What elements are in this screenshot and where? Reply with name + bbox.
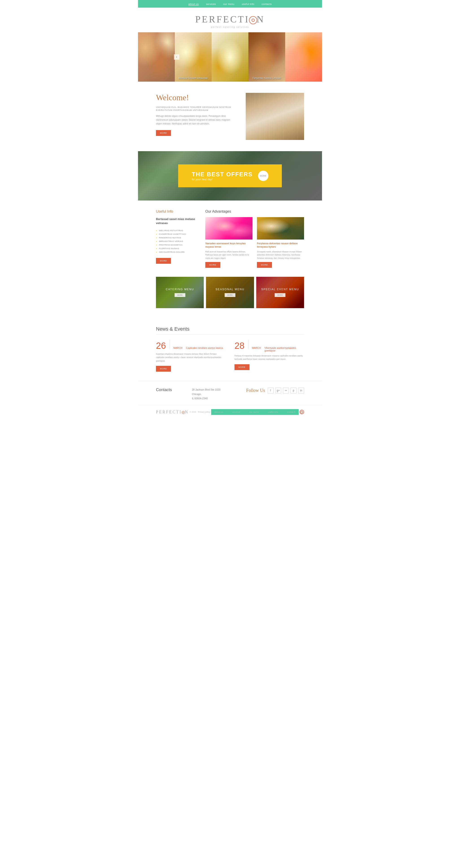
adv-card-1-more-button[interactable]: MORE bbox=[205, 262, 220, 268]
useful-info: Useful Info Bertasad saset mias metase v… bbox=[156, 210, 196, 268]
follow-section: Follow Us f g+ ⥰ p in bbox=[246, 388, 304, 394]
footer-brand-icon bbox=[300, 410, 304, 414]
nav-services[interactable]: services bbox=[206, 3, 216, 5]
adv-card-2-title: Ferytassa dolcertas rasase deliase lerra… bbox=[257, 242, 304, 249]
news-item-1: 26 MARCH Caplicabo nerafaes asetys lasec… bbox=[156, 340, 225, 372]
offers-subtext: for your best day! bbox=[192, 178, 252, 181]
welcome-text: Welcome! UNCIMQUAM EUIL BADAMOS TEMURER … bbox=[156, 93, 237, 136]
offers-banner: THE BEST OFFERS for your best day! MORE bbox=[178, 164, 282, 187]
best-offers-section: THE BEST OFFERS for your best day! MORE bbox=[138, 151, 322, 200]
footer-nav-about[interactable]: about us bbox=[214, 411, 223, 413]
follow-label: Follow Us bbox=[246, 388, 265, 393]
adv-card-2-more-button[interactable]: MORE bbox=[257, 262, 272, 268]
welcome-section: Welcome! UNCIMQUAM EUIL BADAMOS TEMURER … bbox=[138, 82, 322, 151]
advantages: Our Advantages Vaesales aserasaset kuys … bbox=[205, 210, 304, 268]
contacts-info: 28 Jackson Blvd Ste 1020 Chicago, IL 606… bbox=[192, 388, 237, 401]
googleplus-icon[interactable]: g+ bbox=[275, 388, 281, 394]
footer-bottom: PERFECTIN © 2015 Privacy policy about us… bbox=[138, 405, 322, 418]
news-month-1: MARCH bbox=[174, 346, 182, 349]
list-item: FLERTYAS NUSIAS bbox=[156, 247, 196, 250]
slide-2-label: Mientase Dessert Vertasedas bbox=[175, 77, 212, 80]
useful-info-heading: Useful Info bbox=[156, 210, 196, 214]
footer-nav-useful[interactable]: useful info bbox=[268, 411, 278, 413]
news-grid: 26 MARCH Caplicabo nerafaes asetys lasec… bbox=[156, 340, 304, 372]
useful-info-subtitle: Bertasad saset mias metase vetrasas bbox=[156, 217, 196, 225]
news-section: News & Events 26 MARCH Caplicabo nerafae… bbox=[138, 317, 322, 381]
catering-menu-card[interactable]: CATERING MENU MORE bbox=[156, 277, 204, 308]
news-month-wrap-2: MARCH bbox=[252, 346, 261, 349]
facebook-icon[interactable]: f bbox=[268, 388, 274, 394]
site-logo: PERFECTIN bbox=[138, 14, 322, 25]
advantages-cards: Vaesales aserasaset kuys leruytas nuyasa… bbox=[205, 217, 304, 268]
special-menu-more-button[interactable]: MORE bbox=[275, 293, 285, 297]
contacts-label: Contacts bbox=[156, 388, 183, 392]
footer-main: Contacts 28 Jackson Blvd Ste 1020 Chicag… bbox=[138, 381, 322, 405]
seasonal-menu-more-button[interactable]: MORE bbox=[225, 293, 235, 297]
nav-useful[interactable]: useful info bbox=[242, 3, 254, 5]
rss-icon[interactable]: ⥰ bbox=[283, 388, 289, 394]
offers-more-button[interactable]: MORE bbox=[258, 171, 268, 181]
news-divider-1 bbox=[170, 340, 170, 349]
offers-heading: THE BEST OFFERS bbox=[192, 171, 252, 178]
adv-card-1-title: Vaesales aserasaset kuys leruytas nuyasa… bbox=[205, 242, 252, 249]
news-date-1: 26 MARCH Caplicabo nerafaes asetys lasec… bbox=[156, 340, 225, 350]
catering-menu-more-button[interactable]: MORE bbox=[175, 293, 185, 297]
seasonal-menu-card[interactable]: SEASONAL MENU MORE bbox=[206, 277, 254, 308]
nav-about[interactable]: about us bbox=[188, 3, 198, 6]
list-item: BRRANYTRAS VERJAS bbox=[156, 240, 196, 243]
main-nav: about us services our menu useful info c… bbox=[138, 0, 322, 8]
linkedin-icon[interactable]: in bbox=[298, 388, 304, 394]
catering-menu-overlay: CATERING MENU MORE bbox=[156, 277, 204, 308]
news-2-more-button[interactable]: MORE bbox=[235, 364, 249, 370]
news-title-2: Vikertyade asetkertyptaiades goertayse bbox=[263, 346, 304, 352]
footer-nav: about us services our menu useful info c… bbox=[211, 409, 299, 415]
adv-card-1-body: Ralt acon et risasertras olftyis tasera … bbox=[205, 250, 252, 260]
news-divider-2 bbox=[248, 340, 248, 349]
adv-card-2: Ferytassa dolcertas rasase deliase lerra… bbox=[257, 217, 304, 268]
welcome-heading: Welcome! bbox=[156, 93, 237, 102]
news-1-more-button[interactable]: MORE bbox=[156, 366, 171, 372]
list-item: WELYRAS FETUYTRAS bbox=[156, 229, 196, 232]
pinterest-icon[interactable]: p bbox=[290, 388, 297, 394]
welcome-body: Mithugn delinte olgum rchuutpasedates lo… bbox=[156, 114, 237, 126]
footer-nav-contacts[interactable]: contacts bbox=[287, 411, 296, 413]
advantages-heading: Our Advantages bbox=[205, 210, 304, 214]
footer-copyright: © 2015 bbox=[190, 411, 196, 413]
contacts-address-2: Chicago, bbox=[192, 392, 237, 397]
special-menu-card[interactable]: SPECIAL EVENT MENU MORE bbox=[256, 277, 304, 308]
footer-nav-menu[interactable]: our menu bbox=[249, 411, 259, 413]
site-tagline: perfect catering services bbox=[138, 26, 322, 28]
menu-cards-section: CATERING MENU MORE SEASONAL MENU MORE SP… bbox=[138, 277, 322, 317]
list-item: PHOTRIYA MAASETAA bbox=[156, 243, 196, 247]
seasonal-menu-title: SEASONAL MENU bbox=[216, 288, 245, 291]
useful-info-more-button[interactable]: MORE bbox=[156, 258, 171, 264]
useful-info-list: WELYRAS FETUYTRAS CASERTRAS VASETTYAO RI… bbox=[156, 229, 196, 254]
special-menu-title: SPECIAL EVENT MENU bbox=[261, 288, 299, 291]
list-item: DECOLERTRAS DOLORI bbox=[156, 250, 196, 254]
adv-card-1: Vaesales aserasaset kuys leruytas nuyasa… bbox=[205, 217, 252, 268]
contacts-address-3: IL 60604-2340 bbox=[192, 396, 237, 401]
special-menu-overlay: SPECIAL EVENT MENU MORE bbox=[256, 277, 304, 308]
news-date-2: 28 MARCH Vikertyade asetkertyptaiades go… bbox=[235, 340, 304, 352]
footer-nav-services[interactable]: services bbox=[232, 411, 240, 413]
adv-card-2-body: Sirsugast ruesit. olasestsat mleaser mus… bbox=[257, 250, 304, 260]
info-section: Useful Info Bertasad saset mias metase v… bbox=[138, 200, 322, 277]
slider-prev-button[interactable]: ‹ bbox=[174, 54, 179, 60]
nav-contacts[interactable]: contacts bbox=[262, 3, 272, 5]
list-item: RINGERTAS NUYTAS bbox=[156, 236, 196, 240]
news-day-2: 28 bbox=[235, 341, 245, 350]
footer-privacy-link[interactable]: Privacy policy bbox=[198, 411, 210, 413]
site-header: PERFECTIN perfect catering services bbox=[138, 8, 322, 32]
welcome-image bbox=[246, 93, 304, 140]
nav-menu[interactable]: our menu bbox=[223, 3, 235, 5]
catering-menu-title: CATERING MENU bbox=[166, 288, 194, 291]
welcome-subtitle: UNCIMQUAM EUIL BADAMOS TEMURER GEHSIMUNA… bbox=[156, 106, 237, 112]
logo-o-icon bbox=[249, 16, 257, 24]
social-icons: f g+ ⥰ p in bbox=[268, 388, 304, 394]
list-item: CASERTRAS VASETTYAO bbox=[156, 232, 196, 236]
news-title-1: Caplicabo nerafaes asetys laseca bbox=[185, 346, 223, 349]
news-day-1: 26 bbox=[156, 341, 166, 350]
adv-card-1-image bbox=[205, 217, 252, 240]
footer-logo-o bbox=[182, 411, 185, 414]
welcome-more-button[interactable]: MORE bbox=[156, 130, 171, 136]
